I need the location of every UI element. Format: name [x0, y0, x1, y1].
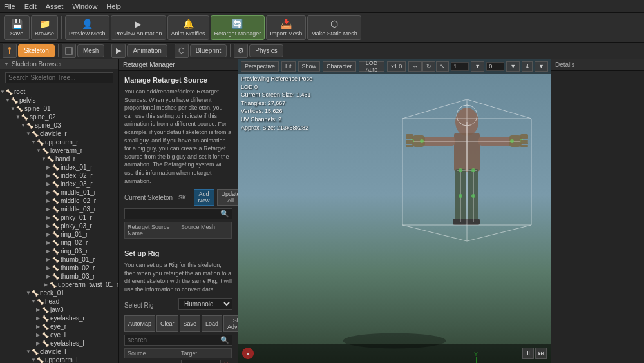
select-rig-dropdown[interactable]: Humanoid — [178, 298, 232, 310]
tree-item[interactable]: ▼ 🦴 spine_01 — [0, 104, 118, 113]
bone-icon: 🦴 — [11, 97, 18, 104]
tree-item[interactable]: ▶ 🦴 middle_02_r — [0, 197, 118, 205]
tree-arrow-icon: ▼ — [26, 131, 31, 137]
tree-item[interactable]: ▼ 🦴 spine_02 — [0, 113, 118, 121]
physics-tab-icon[interactable]: ⚙ — [234, 44, 248, 58]
preview-animation-button[interactable]: ▶ Preview Animation — [111, 15, 166, 40]
tree-item[interactable]: ▶ 🦴 index_03_r — [0, 180, 118, 188]
tree-item[interactable]: ▼ 🦴 clavicle_l — [0, 348, 118, 356]
tree-item[interactable]: ▶ 🦴 thumb_01_r — [0, 255, 118, 264]
tree-item[interactable]: ▶ 🦴 ring_02_r — [0, 239, 118, 247]
retarget-source-search-input[interactable] — [125, 209, 218, 219]
tree-item[interactable]: ▶ 🦴 middle_01_r — [0, 188, 118, 197]
pause-button[interactable]: ⏸ — [522, 348, 534, 359]
tree-item[interactable]: ▼ 🦴 neck_01 — [0, 289, 118, 297]
info-line7: Approx. Size: 213x58x282 — [241, 124, 312, 132]
skeleton-search-input[interactable] — [5, 72, 113, 83]
mesh-tab-icon[interactable] — [62, 44, 76, 58]
menu-edit[interactable]: Edit — [24, 3, 37, 10]
tree-item[interactable]: ▶ 🦴 eyelashes_l — [0, 339, 118, 348]
tree-item[interactable]: ▶ 🦴 index_01_r — [0, 163, 118, 172]
tree-item[interactable]: ▶ 🦴 eyelashes_r — [0, 314, 118, 322]
retarget-manager-button[interactable]: 🔄 Retarget Manager — [211, 15, 265, 40]
tree-item[interactable]: ▼ 🦴 clavicle_r — [0, 130, 118, 138]
record-button[interactable]: ● — [242, 348, 254, 359]
tree-item[interactable]: ▶ 🦴 eye_l — [0, 331, 118, 339]
lod-button[interactable]: LOD Auto — [359, 61, 385, 72]
browse-button[interactable]: 📁 Browse — [31, 15, 58, 40]
update-all-button[interactable]: Update All — [217, 189, 238, 206]
tree-item[interactable]: ▶ 🦴 pinky_01_r — [0, 213, 118, 222]
tree-item[interactable]: ▼ 🦴 pelvis — [0, 96, 118, 104]
tree-item[interactable]: ▶ 🦴 ring_01_r — [0, 230, 118, 239]
rig-search[interactable]: 🔍 — [124, 335, 232, 346]
tree-item[interactable]: ▶ 🦴 pinky_03_r — [0, 222, 118, 230]
preview-mesh-button[interactable]: 👤 Preview Mesh — [65, 15, 109, 40]
retarget-source-search[interactable]: 🔍 — [124, 208, 232, 219]
anim-notifies-button[interactable]: 🔔 Anim Notifies — [167, 15, 209, 40]
save-button[interactable]: 💾 Save — [4, 15, 30, 40]
next-frame-button[interactable]: ⏭ — [535, 348, 547, 359]
menu-help[interactable]: Help — [106, 3, 121, 10]
snap-input[interactable] — [486, 62, 504, 71]
automap-button[interactable]: AutoMap — [124, 315, 155, 332]
grid-dropdown[interactable]: ▼ — [471, 61, 484, 72]
load-button[interactable]: Load — [202, 315, 222, 332]
tree-arrow-icon: ▶ — [46, 223, 52, 229]
anim-tab-icon[interactable]: ▶ — [111, 44, 126, 58]
menu-asset[interactable]: Asset — [46, 3, 64, 10]
tree-item[interactable]: ▼ 🦴 root — [0, 88, 118, 96]
camera-speed[interactable]: 4 — [522, 61, 533, 72]
rotate-icon[interactable]: ↻ — [422, 61, 435, 72]
add-new-button[interactable]: Add New — [194, 189, 214, 206]
show-advanced-button[interactable]: Show Advanced — [223, 315, 238, 332]
rig-search-input[interactable] — [125, 335, 218, 345]
tree-label: thumb_01_r — [61, 256, 95, 263]
transform-icon[interactable]: ↔ — [408, 61, 422, 72]
tree-item[interactable]: ▼ 🦴 spine_03 — [0, 121, 118, 130]
tree-item[interactable]: ▼ 🦴 head — [0, 297, 118, 306]
tree-item[interactable]: ▼ 🦴 hand_r — [0, 155, 118, 163]
tree-arrow-icon: ▼ — [10, 106, 15, 112]
skeleton-icon-btn[interactable] — [3, 44, 17, 58]
tree-item[interactable]: ▶ 🦴 upperarm_twist_01_r — [0, 280, 118, 289]
tree-label: neck_01 — [40, 289, 64, 297]
show-button[interactable]: Show — [298, 61, 321, 72]
scale-button[interactable]: x1.0 — [387, 61, 406, 72]
clear-button[interactable]: Clear — [156, 315, 178, 332]
tree-item[interactable]: ▼ 🦴 upperarm_r — [0, 138, 118, 146]
tree-item[interactable]: ▶ 🦴 thumb_02_r — [0, 264, 118, 272]
snap-dropdown[interactable]: ▼ — [506, 61, 520, 72]
lit-button[interactable]: Lit — [281, 61, 296, 72]
retarget-icon: 🔄 — [232, 19, 243, 29]
tree-item[interactable]: ▶ 🦴 jaw3 — [0, 306, 118, 314]
blueprint-tab-icon[interactable]: ⬡ — [175, 44, 189, 58]
tree-arrow-icon: ▼ — [31, 299, 36, 304]
tab-skeleton[interactable]: Skeleton — [18, 44, 55, 57]
tree-item[interactable]: ▶ 🦴 middle_03_r — [0, 205, 118, 213]
bone-icon: 🦴 — [6, 89, 13, 95]
tab-mesh[interactable]: Mesh — [77, 44, 104, 57]
tree-item[interactable]: ▶ 🦴 thumb_03_r — [0, 272, 118, 280]
tree-item[interactable]: ▼ 🦴 lowerarm_r — [0, 146, 118, 155]
tab-physics[interactable]: Physics — [249, 44, 283, 57]
rig-target-select[interactable]: root — [181, 360, 221, 364]
scale-icon[interactable]: ⤡ — [436, 61, 449, 72]
import-mesh-button[interactable]: 📥 Import Mesh — [266, 15, 306, 40]
menu-file[interactable]: File — [4, 3, 15, 10]
tab-blueprint[interactable]: Blueprint — [190, 44, 227, 57]
perspective-button[interactable]: Perspective — [241, 61, 279, 72]
source-name-header: Retarget Source Name — [125, 222, 178, 238]
tree-item[interactable]: ▼ 🦴 upperarm_l — [0, 356, 118, 363]
tree-item[interactable]: ▶ 🦴 eye_r — [0, 322, 118, 331]
bone-icon: 🦴 — [32, 290, 39, 297]
save-rig-button[interactable]: Save — [180, 315, 201, 332]
tree-item[interactable]: ▶ 🦴 index_02_r — [0, 172, 118, 180]
make-static-mesh-button[interactable]: ⬡ Make Static Mesh — [307, 15, 361, 40]
tab-animation[interactable]: Animation — [127, 44, 167, 57]
menu-window[interactable]: Window — [72, 3, 97, 10]
rotation-input[interactable] — [451, 62, 469, 71]
camera-speed-dropdown[interactable]: ▼ — [535, 61, 548, 72]
tree-item[interactable]: ▶ 🦴 ring_03_r — [0, 247, 118, 255]
character-button[interactable]: Character — [323, 61, 356, 72]
